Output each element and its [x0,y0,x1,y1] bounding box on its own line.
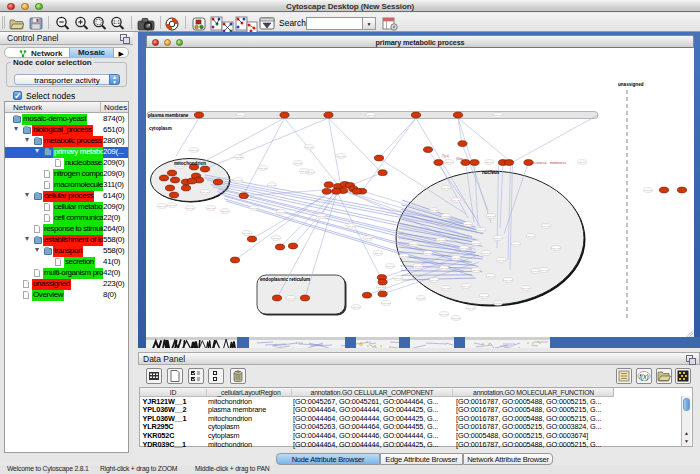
svg-text:(Ty-a): (Ty-a) [442,154,449,158]
svg-text:(Ga-cd): (Ga-cd) [494,114,502,117]
svg-text:(Ga-cd): (Ga-cd) [186,207,194,210]
svg-text:(Ga-cd): (Ga-cd) [467,307,475,310]
svg-text:(Ga-cd): (Ga-cd) [442,287,450,290]
svg-text:(Ga-cd): (Ga-cd) [440,313,448,316]
svg-text:(Ga-cd): (Ga-cd) [394,277,402,280]
svg-text:(Ga-cd): (Ga-cd) [487,215,495,218]
svg-text:(Ga-cd): (Ga-cd) [243,232,251,235]
svg-text:(Ga-cd): (Ga-cd) [442,187,450,190]
svg-text:(Ga-cd): (Ga-cd) [367,114,375,117]
svg-text:(Go-re): (Go-re) [578,161,586,164]
svg-text:with-coenz.cat: with-coenz.cat [530,161,547,165]
svg-text:(Ga-cd): (Ga-cd) [504,279,512,282]
svg-text:(Ga-cd): (Ga-cd) [430,279,438,282]
svg-text:(Ga-cd): (Ga-cd) [494,302,502,305]
svg-text:(Ga-cd): (Ga-cd) [430,209,438,212]
svg-text:(Ga-cd): (Ga-cd) [527,235,535,238]
svg-text:(Ga-cd): (Ga-cd) [472,269,480,272]
svg-text:(Ga-cd): (Ga-cd) [494,237,502,240]
svg-text:(Ga-cd): (Ga-cd) [337,155,345,158]
svg-text:1:1: 1:1 [113,19,120,25]
svg-text:endoplasmic reticulum: endoplasmic reticulum [260,277,310,282]
svg-text:(Ga-cd): (Ga-cd) [487,275,495,278]
svg-text:(Ga-cd): (Ga-cd) [259,167,267,170]
svg-text:(Ga-cd): (Ga-cd) [300,170,308,173]
svg-text:(Ga-cd): (Ga-cd) [542,225,550,228]
svg-text:(Ga-cd): (Ga-cd) [477,229,485,232]
svg-text:(Ga-cd): (Ga-cd) [424,252,432,255]
svg-text:(Ga-cd): (Ga-cd) [287,297,295,300]
svg-text:(Ga-cd): (Ga-cd) [452,257,460,260]
svg-text:(Ga-cd): (Ga-cd) [445,161,453,164]
svg-text:mitochondrion: mitochondrion [174,161,206,166]
svg-text:membrane-co: membrane-co [550,161,567,165]
svg-text:plasma membrane: plasma membrane [148,113,189,118]
svg-text:(Ga-cd): (Ga-cd) [644,189,652,192]
svg-text:(Ga-cd): (Ga-cd) [382,302,390,305]
svg-text:(Ga-cd): (Ga-cd) [460,247,468,250]
svg-text:(Ga-cd): (Ga-cd) [190,149,198,152]
svg-text:(Ga-cd): (Ga-cd) [235,156,243,159]
svg-text:(Ga-cd): (Ga-cd) [237,114,245,117]
svg-text:(Ga-cd): (Ga-cd) [207,207,215,210]
svg-text:(Ga-cd): (Ga-cd) [294,162,302,165]
svg-text:(Ga-cd): (Ga-cd) [352,306,360,309]
svg-text:(Ga-cd): (Ga-cd) [317,215,325,218]
svg-text:unassigned: unassigned [618,82,644,87]
svg-text:(Ga-cd): (Ga-cd) [540,269,548,272]
svg-text:(Ga-cd): (Ga-cd) [512,243,520,246]
svg-text:nucleus: nucleus [482,170,500,175]
svg-text:(Ga-cd): (Ga-cd) [464,223,472,226]
svg-text:(Ga-cd): (Ga-cd) [482,252,490,255]
svg-text:f(x): f(x) [639,373,648,381]
svg-text:(Ga-cd): (Ga-cd) [305,146,313,149]
svg-text:(Ga-cd): (Ga-cd) [522,287,530,290]
svg-text:(Ga-cd): (Ga-cd) [234,179,242,182]
svg-text:(Ga-cd): (Ga-cd) [374,252,382,255]
svg-text:(Ga-cd): (Ga-cd) [437,239,445,242]
svg-text:(Ga-cd): (Ga-cd) [364,237,372,240]
svg-text:(Ga-cd): (Ga-cd) [272,237,280,240]
svg-text:(Gluta: (Gluta [456,157,464,161]
svg-text:(Ga-cd): (Ga-cd) [417,297,425,300]
svg-text:(Ga-cd): (Ga-cd) [480,295,488,298]
svg-text:(Ga-cd): (Ga-cd) [400,255,408,258]
svg-text:(Ga-cd): (Ga-cd) [472,242,480,245]
svg-text:(Ga-cd): (Ga-cd) [410,243,418,246]
svg-text:(Ga-cd): (Ga-cd) [201,191,209,194]
svg-text:(Ga-cd): (Ga-cd) [414,265,422,268]
svg-text:(Ga-cd): (Ga-cd) [485,161,493,164]
svg-text:(Ga-cd): (Ga-cd) [158,205,166,208]
svg-text:(Ga-cd): (Ga-cd) [552,247,560,250]
svg-text:(Ga-cd): (Ga-cd) [462,285,470,288]
svg-text:(Ga-cd): (Ga-cd) [347,225,355,228]
svg-text:(Ga-cd): (Ga-cd) [377,286,385,289]
svg-text:(Ga-cd): (Ga-cd) [221,210,229,213]
svg-text:(Ga-cd): (Ga-cd) [497,259,505,262]
svg-text:(Ga-cd): (Ga-cd) [452,199,460,202]
svg-text:(Ga-cd): (Ga-cd) [442,215,450,218]
svg-text:(Ga-cd): (Ga-cd) [168,204,176,207]
svg-text:(Ga-cd): (Ga-cd) [440,267,448,270]
svg-text:cytoplasm: cytoplasm [149,126,172,131]
svg-text:(Ga-cd): (Ga-cd) [277,211,285,214]
svg-text:(Ga-cd): (Ga-cd) [452,317,460,320]
svg-text:(Ga-cd): (Ga-cd) [250,207,258,210]
svg-text:(Ga-cd): (Ga-cd) [268,184,276,187]
svg-text:(Ga-cd): (Ga-cd) [386,265,394,268]
